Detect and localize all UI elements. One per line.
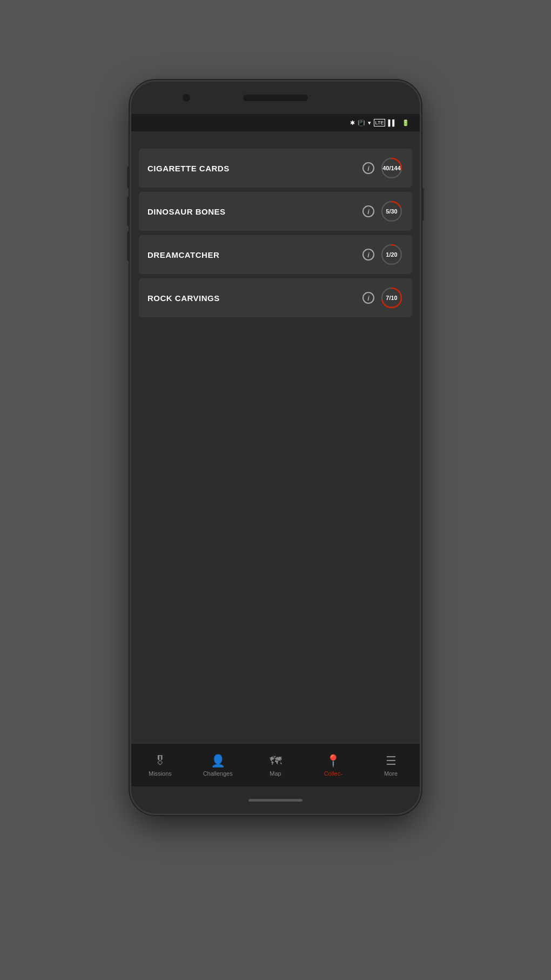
progress-text: 40/144	[382, 165, 401, 171]
nav-label-4: More	[384, 770, 398, 777]
power-button	[421, 188, 424, 221]
collectible-name: DINOSAUR BONES	[147, 207, 226, 216]
nav-icon-0: 🎖	[154, 754, 166, 768]
nav-item-challenges[interactable]: 👤Challenges	[199, 754, 237, 777]
status-bar: ✱ 📳 ▾ LTE ▌▌ 🔋	[131, 114, 420, 131]
collectible-right: i 40/144	[362, 156, 404, 180]
nav-icon-3: 📍	[326, 754, 340, 768]
collectible-name: ROCK CARVINGS	[147, 294, 220, 303]
status-icons: ✱ 📳 ▾ LTE ▌▌ 🔋	[350, 119, 412, 126]
progress-text: 5/30	[386, 208, 397, 215]
nav-label-1: Challenges	[203, 770, 233, 777]
hero-text	[243, 0, 308, 80]
progress-circle: 7/10	[380, 286, 404, 310]
front-camera	[183, 94, 190, 102]
nav-label-3: Collec-	[324, 770, 342, 777]
collectible-right: i 5/30	[362, 199, 404, 223]
battery-icon: 🔋	[402, 119, 409, 126]
info-icon[interactable]: i	[362, 249, 374, 261]
home-bar	[248, 799, 303, 802]
progress-circle: 5/30	[380, 199, 404, 223]
bluetooth-icon: ✱	[350, 119, 355, 126]
earpiece-speaker	[243, 95, 308, 101]
wifi-icon: ▾	[368, 119, 371, 126]
screen-header	[131, 131, 420, 149]
phone-top-bezel	[131, 82, 420, 114]
collectible-name: DREAMCATCHER	[147, 250, 219, 259]
nav-icon-4: ☰	[386, 754, 397, 768]
nav-icon-2: 🗺	[270, 754, 281, 768]
nav-label-2: Map	[270, 770, 281, 777]
collectible-right: i 1/20	[362, 243, 404, 266]
collectible-item[interactable]: DINOSAUR BONES i 5/30	[139, 192, 412, 231]
signal-icon: ▌▌	[388, 119, 397, 126]
collectible-right: i 7/10	[362, 286, 404, 310]
info-icon[interactable]: i	[362, 205, 374, 217]
nav-item-map[interactable]: 🗺Map	[257, 754, 294, 777]
progress-circle: 40/144	[380, 156, 404, 180]
app-screen: CIGARETTE CARDS i 40/144 DINOSAUR BONES …	[131, 131, 420, 786]
progress-circle: 1/20	[380, 243, 404, 266]
phone-bottom-bezel	[131, 786, 420, 814]
nav-item-more[interactable]: ☰More	[372, 754, 410, 777]
nav-item-missions[interactable]: 🎖Missions	[141, 754, 179, 777]
collectible-item[interactable]: ROCK CARVINGS i 7/10	[139, 278, 412, 317]
nav-label-0: Missions	[149, 770, 172, 777]
phone-frame: ✱ 📳 ▾ LTE ▌▌ 🔋 CIGARETTE CARDS i	[130, 80, 421, 815]
nav-icon-1: 👤	[211, 754, 225, 768]
progress-text: 7/10	[386, 295, 397, 301]
vibrate-icon: 📳	[358, 119, 365, 126]
info-icon[interactable]: i	[362, 162, 374, 174]
progress-text: 1/20	[386, 251, 397, 258]
bottom-navigation: 🎖Missions👤Challenges🗺Map📍Collec-☰More	[131, 743, 420, 786]
collectible-name: CIGARETTE CARDS	[147, 164, 230, 173]
lte-icon: LTE	[374, 119, 386, 126]
collectible-item[interactable]: CIGARETTE CARDS i 40/144	[139, 149, 412, 188]
nav-item-collec[interactable]: 📍Collec-	[314, 754, 352, 777]
collectible-item[interactable]: DREAMCATCHER i 1/20	[139, 235, 412, 274]
collectibles-list: CIGARETTE CARDS i 40/144 DINOSAUR BONES …	[131, 149, 420, 743]
info-icon[interactable]: i	[362, 292, 374, 304]
